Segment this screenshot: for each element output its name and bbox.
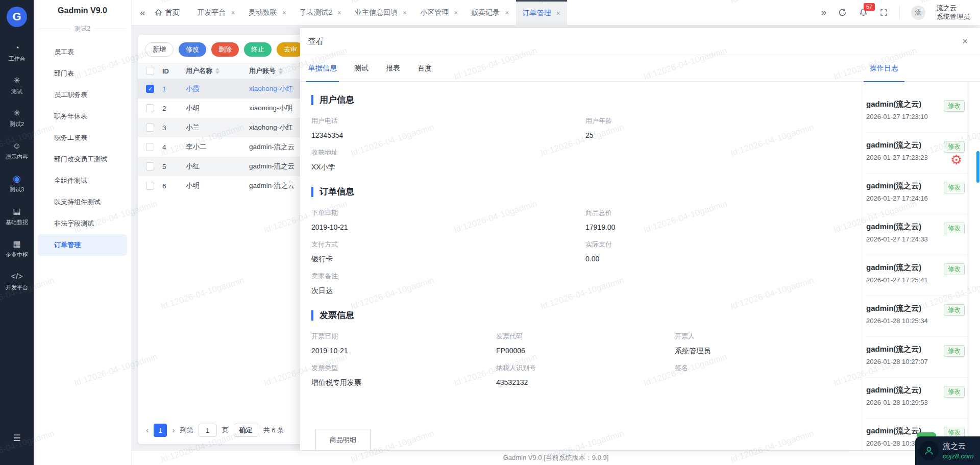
field-label: 发票类型 — [311, 363, 496, 373]
column-header-name[interactable]: 用户名称 — [186, 66, 249, 76]
next-page-icon[interactable]: › — [172, 426, 175, 435]
sidebar-menu-item[interactable]: 部门表 — [34, 63, 131, 84]
rail-menu: ◔ 工作台 ✳ 测试 ✳ 测试2 ☺ 演示内容 ◉ 测试3 ▤ 基础数据 — [0, 40, 34, 301]
log-action-badge: 修改 — [944, 100, 965, 112]
nav-tab[interactable]: 贩卖记录 × — [464, 0, 516, 26]
form-field: 发票代码 FP00006 — [496, 332, 675, 357]
cell-name: 小兰 — [186, 123, 249, 132]
sidebar-item-label: 部门表 — [54, 69, 74, 77]
row-checkbox[interactable] — [146, 182, 154, 190]
goto-page-input[interactable] — [199, 424, 217, 437]
widget-site-link[interactable]: cojz8.com — [943, 452, 974, 460]
tab-close-icon[interactable]: × — [505, 9, 509, 17]
sidebar-menu-item[interactable]: 员工职务表 — [34, 84, 131, 106]
nav-tab-label: 开发平台 — [198, 8, 226, 17]
tab-close-icon[interactable]: × — [403, 9, 407, 17]
drawer-tab[interactable]: 报表 — [386, 55, 400, 82]
drawer-tab[interactable]: 测试 — [354, 55, 369, 82]
theme-settings-gear-icon[interactable]: ⚙ — [950, 153, 962, 166]
field-label: 开票日期 — [311, 332, 496, 341]
tab-product-detail[interactable]: 商品明细 — [315, 429, 371, 450]
page-unit-label: 页 — [222, 426, 229, 435]
row-checkbox[interactable] — [146, 85, 154, 93]
toolbar-button[interactable]: 终止 — [244, 42, 272, 57]
tab-close-icon[interactable]: × — [337, 9, 341, 17]
refresh-icon[interactable] — [838, 8, 847, 17]
notification-bell-icon[interactable]: 57 — [859, 8, 868, 17]
rail-menu-item[interactable]: ▤ 基础数据 — [0, 203, 34, 236]
confirm-page-button[interactable]: 确定 — [234, 424, 258, 437]
field-value: 0.00 — [585, 255, 862, 263]
tab-close-icon[interactable]: × — [454, 9, 458, 17]
toolbar-button[interactable]: 新增 — [145, 42, 174, 57]
sidebar-menu-item[interactable]: 职务工资表 — [34, 127, 131, 149]
nav-tab[interactable]: 子表测试2 × — [293, 0, 348, 26]
rail-menu-item[interactable]: ☺ 演示内容 — [0, 138, 34, 170]
log-action-badge: 修改 — [944, 304, 965, 316]
row-checkbox[interactable] — [146, 143, 154, 151]
column-header-id[interactable]: ID — [162, 67, 186, 75]
rail-menu-item[interactable]: </> 开发平台 — [0, 268, 34, 301]
home-tab-label: 首页 — [165, 8, 180, 17]
field-value: XX小学 — [311, 163, 585, 172]
sidebar-menu-item[interactable]: 职务年休表 — [34, 106, 131, 127]
sidebar-item-label: 非法字段测试 — [54, 219, 94, 227]
row-checkbox[interactable] — [146, 162, 154, 170]
drawer-tab[interactable]: 单据信息 — [308, 55, 337, 82]
tab-home[interactable]: 首页 — [155, 8, 180, 17]
footer: Gadmin V9.0 [当前系统版本：9.0.9] — [132, 450, 980, 465]
nav-tab[interactable]: 灵动数联 × — [242, 0, 293, 26]
prev-page-icon[interactable]: ‹ — [146, 426, 149, 435]
toolbar-button[interactable]: 修改 — [179, 42, 206, 57]
rail-menu-item[interactable]: ▦ 企业中枢 — [0, 236, 34, 268]
sort-icons[interactable] — [279, 68, 283, 74]
sidebar-item-label: 职务年休表 — [54, 112, 87, 120]
brand-support-widget[interactable]: 流之云 cojz8.com — [915, 436, 980, 465]
row-checkbox[interactable] — [146, 104, 154, 112]
tab-close-icon[interactable]: × — [231, 9, 235, 17]
menu-fold-icon[interactable]: ☰ — [0, 433, 34, 444]
log-scrollbar-track[interactable] — [967, 82, 969, 450]
sidebar-menu-item[interactable]: 非法字段测试 — [34, 213, 131, 234]
sidebar-menu-item[interactable]: 以支持组件测试 — [34, 191, 131, 213]
cell-id: 5 — [162, 163, 186, 170]
collapse-sidebar-icon[interactable]: « — [140, 7, 145, 18]
tab-close-icon[interactable]: × — [282, 9, 286, 17]
log-entry: gadmin(流之云) 2026-01-28 10:25:34 修改 — [866, 296, 967, 337]
row-checkbox[interactable] — [146, 124, 154, 132]
window-scrollbar-thumb[interactable] — [976, 151, 979, 183]
expand-tabs-icon[interactable]: » — [821, 7, 826, 18]
drawer-tab[interactable]: 百度 — [418, 55, 432, 82]
rail-menu-item[interactable]: ◉ 测试3 — [0, 170, 34, 203]
nav-tab[interactable]: 开发平台 × — [191, 0, 242, 26]
toolbar-button[interactable]: 删除 — [211, 42, 239, 57]
drawer-tab-label: 测试 — [354, 64, 369, 73]
app-logo[interactable]: G — [7, 7, 27, 27]
sidebar-menu-item[interactable]: 订单管理 — [38, 234, 127, 256]
nav-tab[interactable]: 订单管理 × — [516, 0, 567, 26]
select-all-checkbox[interactable] — [146, 67, 154, 75]
rail-menu-item[interactable]: ✳ 测试 — [0, 72, 34, 105]
view-drawer: 查看 × 单据信息 测试 报表 百度 操作日志 用户信息 — [300, 28, 980, 450]
user-avatar[interactable]: 流 — [911, 6, 925, 20]
sort-icons[interactable] — [215, 68, 219, 74]
user-info[interactable]: 流之云 系统管理员 — [937, 4, 970, 21]
nav-tab[interactable]: 业主信息回填 × — [348, 0, 413, 26]
nav-tab-label: 订单管理 — [523, 9, 551, 18]
field-value: FP00006 — [496, 347, 675, 355]
close-icon[interactable]: × — [962, 36, 968, 47]
rail-menu-item[interactable]: ✳ 测试2 — [0, 105, 34, 138]
sidebar-menu-item[interactable]: 员工表 — [34, 41, 131, 63]
rail-menu-item[interactable]: ◔ 工作台 — [0, 40, 34, 72]
tab-operation-log[interactable]: 操作日志 — [864, 55, 904, 82]
sidebar-menu-item[interactable]: 部门改变员工测试 — [34, 149, 131, 170]
divider-line — [94, 29, 126, 29]
form-field: 下单日期 2019-10-21 — [311, 208, 585, 234]
page-number-button[interactable]: 1 — [154, 424, 167, 437]
field-label: 纳税人识别号 — [496, 363, 675, 373]
sidebar-menu-item[interactable]: 全组件测试 — [34, 170, 131, 191]
field-label: 发票代码 — [496, 332, 675, 341]
tab-close-icon[interactable]: × — [556, 9, 560, 17]
fullscreen-icon[interactable] — [879, 8, 888, 17]
nav-tab[interactable]: 小区管理 × — [413, 0, 464, 26]
